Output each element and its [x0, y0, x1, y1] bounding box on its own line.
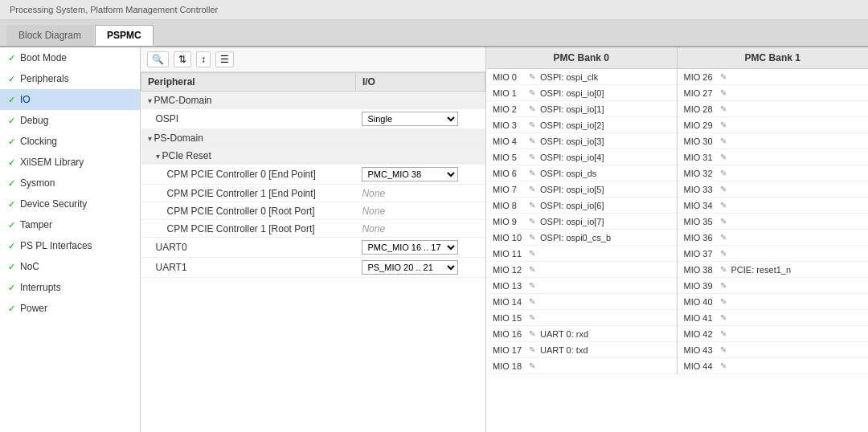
edit-icon[interactable]: ✎ [529, 217, 535, 226]
edit-icon[interactable]: ✎ [720, 233, 727, 242]
edit-icon[interactable]: ✎ [529, 104, 535, 113]
check-icon: ✓ [8, 199, 15, 210]
edit-icon[interactable]: ✎ [529, 329, 535, 338]
group-label: ▾PCIe Reset [141, 147, 485, 165]
io-select[interactable]: PMC_MIO 16 .. 17 [362, 240, 458, 255]
mio-signal: OSPI: ospi_clk [540, 72, 598, 82]
edit-icon[interactable]: ✎ [720, 104, 727, 113]
edit-icon[interactable]: ✎ [529, 249, 535, 258]
edit-icon[interactable]: ✎ [529, 297, 535, 306]
mio-label: MIO 36 [684, 233, 720, 242]
check-icon: ✓ [8, 116, 15, 126]
io-select[interactable]: PS_MIO 20 .. 21 [362, 260, 458, 275]
mio-bank0-header: PMC Bank 0 [486, 47, 677, 69]
edit-icon[interactable]: ✎ [720, 329, 727, 338]
edit-icon[interactable]: ✎ [720, 153, 727, 161]
mio-label: MIO 9 [493, 217, 529, 226]
edit-icon[interactable]: ✎ [720, 137, 727, 145]
edit-icon[interactable]: ✎ [720, 249, 727, 258]
mio-row: MIO 5 ✎ OSPI: ospi_io[4] [486, 149, 677, 165]
mio-label: MIO 28 [684, 104, 720, 114]
mio-signal: OSPI: ospi_io[5] [540, 185, 604, 194]
edit-icon[interactable]: ✎ [529, 201, 535, 210]
mio-label: MIO 27 [684, 88, 720, 98]
filter-button[interactable]: ↕ [196, 51, 211, 67]
edit-icon[interactable]: ✎ [720, 201, 727, 210]
edit-icon[interactable]: ✎ [529, 137, 535, 145]
sidebar-item-xilsem-library[interactable]: ✓XilSEM Library [0, 152, 140, 173]
edit-icon[interactable]: ✎ [720, 265, 727, 274]
edit-icon[interactable]: ✎ [720, 297, 727, 306]
edit-icon[interactable]: ✎ [720, 120, 727, 129]
mio-row: MIO 42 ✎ [678, 326, 869, 342]
list-button[interactable]: ☰ [215, 51, 234, 67]
sidebar-item-ps-pl-interfaces[interactable]: ✓PS PL Interfaces [0, 235, 140, 256]
mio-signal: UART 0: txd [540, 345, 588, 355]
mio-row: MIO 40 ✎ [678, 294, 869, 310]
sidebar-item-interrupts[interactable]: ✓Interrupts [0, 277, 140, 298]
sidebar-item-power[interactable]: ✓Power [0, 298, 140, 319]
edit-icon[interactable]: ✎ [529, 361, 535, 370]
sidebar-item-sysmon[interactable]: ✓Sysmon [0, 173, 140, 194]
edit-icon[interactable]: ✎ [529, 313, 535, 322]
io-cell[interactable]: PMC_MIO 38 [355, 165, 485, 185]
sidebar-item-boot-mode[interactable]: ✓Boot Mode [0, 47, 140, 68]
check-icon: ✓ [8, 53, 15, 63]
sidebar-item-noc[interactable]: ✓NoC [0, 256, 140, 277]
right-panel: PMC Bank 0 MIO 0 ✎ OSPI: ospi_clkMIO 1 ✎… [486, 47, 868, 432]
col-io: I/O [355, 73, 485, 92]
mio-label: MIO 18 [493, 361, 529, 371]
check-icon: ✓ [8, 262, 15, 272]
tab-block-diagram[interactable]: Block Diagram [6, 25, 93, 46]
sidebar-item-device-security[interactable]: ✓Device Security [0, 194, 140, 214]
check-icon: ✓ [8, 95, 15, 105]
sidebar-item-clocking[interactable]: ✓Clocking [0, 131, 140, 152]
mio-label: MIO 7 [493, 185, 529, 194]
edit-icon[interactable]: ✎ [720, 72, 727, 81]
sidebar-item-io[interactable]: ✓IO [0, 89, 140, 110]
mio-label: MIO 39 [684, 281, 720, 291]
edit-icon[interactable]: ✎ [720, 313, 727, 322]
sidebar-item-peripherals[interactable]: ✓Peripherals [0, 68, 140, 89]
edit-icon[interactable]: ✎ [529, 185, 535, 194]
search-button[interactable]: 🔍 [147, 51, 169, 67]
edit-icon[interactable]: ✎ [529, 345, 535, 354]
sidebar-item-debug[interactable]: ✓Debug [0, 110, 140, 131]
edit-icon[interactable]: ✎ [529, 281, 535, 290]
edit-icon[interactable]: ✎ [529, 233, 535, 242]
io-select[interactable]: PMC_MIO 38 [362, 167, 458, 181]
sort-button[interactable]: ⇅ [174, 51, 191, 67]
mio-label: MIO 35 [684, 217, 720, 226]
mio-label: MIO 4 [493, 137, 529, 146]
edit-icon[interactable]: ✎ [720, 88, 727, 97]
edit-icon[interactable]: ✎ [529, 120, 535, 129]
mio-row: MIO 33 ✎ [678, 181, 869, 198]
io-cell[interactable]: PMC_MIO 16 .. 17 [355, 238, 485, 258]
edit-icon[interactable]: ✎ [720, 345, 727, 354]
edit-icon[interactable]: ✎ [529, 265, 535, 274]
edit-icon[interactable]: ✎ [720, 169, 727, 177]
mio-label: MIO 40 [684, 297, 720, 307]
mio-row: MIO 16 ✎ UART 0: rxd [486, 326, 677, 342]
io-select[interactable]: Single [362, 112, 458, 126]
sidebar-item-tamper[interactable]: ✓Tamper [0, 214, 140, 235]
mio-row: MIO 27 ✎ [678, 85, 869, 101]
peripheral-label: UART1 [141, 258, 356, 278]
edit-icon[interactable]: ✎ [529, 72, 535, 81]
mio-row: MIO 44 ✎ [678, 358, 869, 374]
edit-icon[interactable]: ✎ [529, 88, 535, 97]
tab-pspmc[interactable]: PSPMC [95, 25, 154, 46]
edit-icon[interactable]: ✎ [529, 153, 535, 161]
mio-row: MIO 11 ✎ [486, 246, 677, 262]
mio-label: MIO 6 [493, 169, 529, 178]
mio-row: MIO 17 ✎ UART 0: txd [486, 342, 677, 358]
io-cell[interactable]: Single [355, 109, 485, 129]
edit-icon[interactable]: ✎ [720, 217, 727, 226]
edit-icon[interactable]: ✎ [720, 281, 727, 290]
mio-row: MIO 8 ✎ OSPI: ospi_io[6] [486, 198, 677, 214]
edit-icon[interactable]: ✎ [529, 169, 535, 177]
mio-label: MIO 32 [684, 169, 720, 178]
edit-icon[interactable]: ✎ [720, 361, 727, 370]
edit-icon[interactable]: ✎ [720, 185, 727, 194]
io-cell[interactable]: PS_MIO 20 .. 21 [355, 258, 485, 278]
